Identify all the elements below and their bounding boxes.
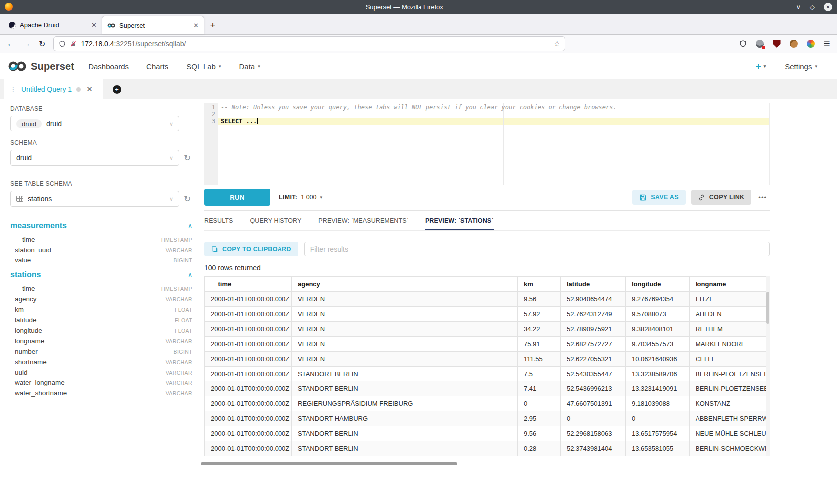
privacy-mask-icon[interactable] <box>756 40 764 48</box>
nav-item-charts[interactable]: Charts <box>146 62 168 71</box>
column-name: shortname <box>15 358 47 366</box>
tracking-shield-icon[interactable] <box>59 40 66 48</box>
table-cell: MARKLENDORF <box>690 337 766 352</box>
back-icon[interactable]: ← <box>7 39 15 48</box>
nav-item-sql-lab[interactable]: SQL Lab▾ <box>186 62 221 71</box>
sql-editor[interactable]: 1 2 3 -- Note: Unless you save your quer… <box>204 103 770 185</box>
chevron-up-icon[interactable]: ∧ <box>188 222 192 229</box>
editor-toolbar: RUN LIMIT: 1 000 ▾ SAVE AS <box>204 189 770 211</box>
table-cell: 2000-01-01T00:00:00.000Z <box>205 367 292 381</box>
table-cell: 13.653581055 <box>626 441 690 456</box>
pane-resize-handle[interactable] <box>472 210 490 215</box>
browser-tab-apache-druid[interactable]: Apache Druid ✕ <box>4 16 102 34</box>
bookmark-star-icon[interactable]: ☆ <box>554 39 560 48</box>
table-row: 2000-01-01T00:00:00.000ZVERDEN111.5552.6… <box>205 352 766 367</box>
ublock-icon[interactable] <box>773 40 781 48</box>
results-table: __timeagencykmlatitudelongitudelongname … <box>204 276 766 456</box>
browser-tab-superset[interactable]: Superset ✕ <box>102 16 204 34</box>
copy-icon <box>211 246 218 253</box>
add-query-tab[interactable]: + <box>103 79 131 99</box>
drag-handle-icon[interactable]: ⋮ <box>10 85 17 93</box>
close-tab-icon[interactable]: ✕ <box>91 21 97 29</box>
table-cell: STANDORT BERLIN <box>292 381 518 396</box>
editor-code-area[interactable]: -- Note: Unless you save your query, the… <box>218 103 769 185</box>
schema-column-row: longnameVARCHAR <box>10 336 192 346</box>
tabs-dropdown-icon[interactable]: ∨ <box>796 3 801 11</box>
table-horizontal-scrollbar[interactable] <box>201 462 457 465</box>
close-query-tab-icon[interactable]: ✕ <box>86 85 93 94</box>
column-header[interactable]: latitude <box>561 277 626 292</box>
browser-tabstrip: Apache Druid ✕ Superset ✕ + <box>0 14 837 35</box>
chevron-up-icon[interactable]: ∧ <box>188 271 192 278</box>
table-cell: STANDORT BERLIN <box>292 441 518 456</box>
schema-label: SCHEMA <box>10 139 192 146</box>
tab-preview-measurements[interactable]: PREVIEW: `MEASUREMENTS` <box>318 217 409 230</box>
results-toolbar: COPY TO CLIPBOARD <box>204 242 770 256</box>
close-window-icon[interactable]: ✕ <box>824 3 832 11</box>
column-header[interactable]: __time <box>205 277 292 292</box>
restore-window-icon[interactable]: ◇ <box>810 3 815 11</box>
close-tab-icon[interactable]: ✕ <box>193 22 199 29</box>
query-tab-row: ⋮ Untitled Query 1 ✕ + <box>0 79 837 99</box>
url-bar[interactable]: 172.18.0.4:32251/superset/sqllab/ ☆ <box>53 36 565 51</box>
schema-select[interactable]: druid ∨ <box>10 150 179 166</box>
database-select[interactable]: druid druid ∨ <box>10 116 179 131</box>
superset-brand[interactable]: Superset <box>8 60 74 72</box>
chevron-down-icon: ∨ <box>169 155 173 161</box>
tab-results[interactable]: RESULTS <box>204 217 233 230</box>
schema-table-header[interactable]: measurements∧ <box>10 221 192 230</box>
table-select[interactable]: stations ∨ <box>10 191 179 207</box>
insecure-lock-icon[interactable] <box>70 40 77 48</box>
column-name: longname <box>15 337 44 345</box>
container-shield-icon[interactable] <box>739 40 747 48</box>
schema-table-header[interactable]: stations∧ <box>10 270 192 279</box>
caret-down-icon: ▾ <box>258 64 260 69</box>
sql-comment: -- Note: Unless you save your query, the… <box>221 104 617 111</box>
table-cell: 13.3238589706 <box>626 367 690 381</box>
nav-item-dashboards[interactable]: Dashboards <box>88 62 129 71</box>
column-name: __time <box>15 236 35 243</box>
copy-to-clipboard-button[interactable]: COPY TO CLIPBOARD <box>204 242 298 256</box>
column-header[interactable]: longname <box>690 277 766 292</box>
table-cell: 9.3828408101 <box>626 322 690 337</box>
column-type: FLOAT <box>175 317 192 323</box>
column-header[interactable]: km <box>518 277 561 292</box>
table-cell: 2000-01-01T00:00:00.000Z <box>205 337 292 352</box>
filter-results-input[interactable] <box>304 242 770 256</box>
snowflake-extension-icon[interactable] <box>807 40 815 48</box>
reload-icon[interactable]: ↻ <box>39 39 45 49</box>
query-tab-active[interactable]: ⋮ Untitled Query 1 ✕ <box>4 79 103 99</box>
new-item-button[interactable]: +▾ <box>756 61 766 72</box>
schema-column-row: agencyVARCHAR <box>10 294 192 304</box>
chevron-down-icon: ∨ <box>169 196 173 202</box>
tab-preview-stations[interactable]: PREVIEW: `STATIONS` <box>425 217 494 230</box>
table-cell: STANDORT BERLIN <box>292 426 518 441</box>
column-type: BIGINT <box>174 257 192 263</box>
save-as-button[interactable]: SAVE AS <box>632 190 686 205</box>
more-actions-icon[interactable]: ••• <box>758 194 767 201</box>
settings-menu[interactable]: Settings▾ <box>785 62 817 71</box>
limit-dropdown[interactable]: LIMIT: 1 000 ▾ <box>279 194 322 201</box>
schema-column-list: __timeTIMESTAMPagencyVARCHARkmFLOATlatit… <box>10 283 192 398</box>
forward-icon[interactable]: → <box>23 39 31 48</box>
divider <box>10 174 192 174</box>
column-header[interactable]: longitude <box>626 277 690 292</box>
table-cell: 9.181039088 <box>626 396 690 411</box>
scrollbar-thumb[interactable] <box>766 292 769 324</box>
table-cell: 34.22 <box>518 322 561 337</box>
table-row: 2000-01-01T00:00:00.000ZVERDEN57.9252.76… <box>205 307 766 322</box>
nav-item-data[interactable]: Data▾ <box>239 62 260 71</box>
refresh-schemas-icon[interactable]: ↻ <box>184 154 191 162</box>
table-cell: EITZE <box>690 292 766 307</box>
menu-icon[interactable]: ☰ <box>824 39 830 48</box>
new-tab-button[interactable]: + <box>204 16 221 34</box>
table-cell: 2.95 <box>518 411 561 426</box>
caret-down-icon: ▾ <box>764 64 766 69</box>
column-header[interactable]: agency <box>292 277 518 292</box>
tab-query-history[interactable]: QUERY HISTORY <box>250 217 301 230</box>
table-vertical-scrollbar[interactable] <box>766 276 770 456</box>
cookie-extension-icon[interactable] <box>790 40 798 48</box>
copy-link-button[interactable]: COPY LINK <box>691 190 752 205</box>
run-button[interactable]: RUN <box>204 189 270 206</box>
refresh-tables-icon[interactable]: ↻ <box>184 195 191 203</box>
